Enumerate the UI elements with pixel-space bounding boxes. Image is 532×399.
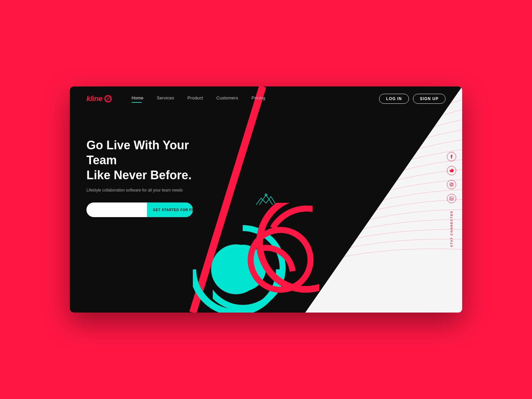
mountain-icon <box>256 193 276 206</box>
circle-graphic <box>213 205 313 313</box>
page-content: kline Home Services Produc <box>70 86 462 313</box>
signup-button[interactable]: SIGN UP <box>413 94 446 104</box>
navbar: kline Home Services Produc <box>70 86 462 111</box>
logo: kline <box>86 94 112 103</box>
facebook-icon[interactable] <box>447 152 456 161</box>
svg-point-9 <box>451 184 453 186</box>
nav-link-customers[interactable]: Customers <box>216 95 238 100</box>
cta-form: GET STARTED FOR FREE <box>86 202 193 217</box>
hero-title: Go Live With Your Team Like Never Before… <box>86 138 203 183</box>
nav-link-pricing[interactable]: Pricing <box>251 95 265 100</box>
auth-buttons: LOG IN SIGN UP <box>379 94 446 104</box>
hero-section: Go Live With Your Team Like Never Before… <box>70 111 462 217</box>
brand-name: kline <box>86 94 102 103</box>
cta-button[interactable]: GET STARTED FOR FREE <box>147 202 193 217</box>
nav-item-pricing[interactable]: Pricing <box>251 95 265 103</box>
nav-link-home[interactable]: Home <box>132 95 144 100</box>
cta-input[interactable] <box>86 207 147 212</box>
login-button[interactable]: LOG IN <box>379 94 409 104</box>
svg-point-1 <box>105 96 111 101</box>
svg-point-5 <box>219 245 266 291</box>
logo-icon <box>104 95 112 102</box>
twitter-icon[interactable] <box>447 166 456 175</box>
svg-line-2 <box>107 97 109 100</box>
nav-item-customers[interactable]: Customers <box>216 95 238 103</box>
svg-point-13 <box>450 197 451 198</box>
nav-links: Home Services Product Customers Pricing <box>132 95 379 103</box>
instagram-icon[interactable] <box>447 180 456 189</box>
nav-link-product[interactable]: Product <box>188 95 203 100</box>
active-indicator <box>132 102 142 103</box>
social-sidebar: STAY CONNECTED <box>447 152 456 247</box>
stay-connected-label: STAY CONNECTED <box>450 210 453 247</box>
linkedin-icon[interactable] <box>447 194 456 203</box>
nav-link-services[interactable]: Services <box>157 95 174 100</box>
nav-item-home[interactable]: Home <box>132 95 144 103</box>
svg-point-10 <box>452 183 453 184</box>
browser-window: kline Home Services Produc <box>70 86 462 313</box>
nav-item-services[interactable]: Services <box>157 95 174 103</box>
nav-item-product[interactable]: Product <box>188 95 203 103</box>
hero-subtitle: Lifestyle collaboration software for all… <box>86 188 446 193</box>
